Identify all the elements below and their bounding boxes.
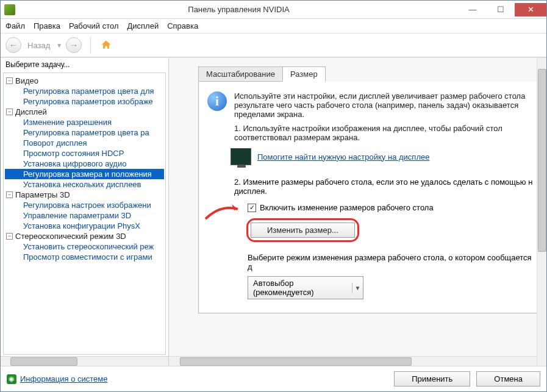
menu-display[interactable]: Дисплей <box>127 21 159 30</box>
tree-item[interactable]: Установить стереоскопический реж <box>5 241 164 252</box>
tree-item[interactable]: Просмотр совместимости с играми <box>5 252 164 262</box>
annotation-highlight: Изменить размер... <box>246 218 359 242</box>
annotation-arrow-icon <box>202 202 245 220</box>
home-icon[interactable] <box>99 38 113 52</box>
horizontal-scrollbar[interactable] <box>169 356 537 366</box>
checkbox-label: Включить изменение размеров рабочего сто… <box>260 203 434 212</box>
menubar: Файл Правка Рабочий стол Дисплей Справка <box>1 19 546 34</box>
system-info-icon: ◉ <box>7 374 16 384</box>
mode-select-value: Автовыбор (рекомендуется) <box>248 277 352 299</box>
menu-help[interactable]: Справка <box>167 21 198 30</box>
system-info-label: Информация о системе <box>20 374 108 383</box>
close-button[interactable]: ✕ <box>515 3 546 16</box>
system-info-link[interactable]: ◉ Информация о системе <box>7 374 108 384</box>
footer: ◉ Информация о системе Применить Отмена <box>1 366 546 391</box>
tree-item[interactable]: Управление параметрами 3D <box>5 210 164 221</box>
window-title: Панель управления NVIDIA <box>19 5 459 14</box>
scrollbar-thumb[interactable] <box>538 69 546 252</box>
helper-link[interactable]: Помогите найти нужную настройку на диспл… <box>257 152 429 162</box>
enable-resize-checkbox[interactable]: ✓ <box>248 204 256 212</box>
tree-category-3d[interactable]: − Параметры 3D <box>5 190 164 200</box>
task-panel-header: Выберите задачу... <box>1 58 168 71</box>
tree-item[interactable]: Установка нескольких дисплеев <box>5 179 164 190</box>
tree-item[interactable]: Установка конфигурации PhysX <box>5 221 164 231</box>
monitor-icon <box>231 148 251 165</box>
tree-item[interactable]: Регулировка параметров изображе <box>5 96 164 107</box>
tree-item[interactable]: Поворот дисплея <box>5 138 164 148</box>
tree-category-display[interactable]: − Дисплей <box>5 107 164 117</box>
collapse-icon[interactable]: − <box>6 233 13 240</box>
toolbar: ← Назад ▼ → <box>1 34 546 57</box>
tree-category-stereo[interactable]: − Стереоскопический режим 3D <box>5 231 164 241</box>
scrollbar-thumb[interactable] <box>180 357 412 366</box>
tab-scaling[interactable]: Масштабирование <box>198 66 283 82</box>
collapse-icon[interactable]: − <box>6 109 13 115</box>
apply-button[interactable]: Применить <box>394 371 470 387</box>
collapse-icon[interactable]: − <box>6 77 13 84</box>
chevron-down-icon: ▼ <box>352 283 363 293</box>
tree-item[interactable]: Регулировка параметров цвета для <box>5 86 164 96</box>
menu-file[interactable]: Файл <box>5 21 25 30</box>
tree-category-video[interactable]: − Видео <box>5 76 164 86</box>
back-label: Назад <box>27 41 50 50</box>
menu-edit[interactable]: Правка <box>34 21 60 30</box>
tabs-row: Масштабирование Размер <box>198 66 546 82</box>
tree-item[interactable]: Установка цифрового аудио <box>5 159 164 169</box>
step2-text: 2. Измените размеры рабочего стола, если… <box>234 177 537 196</box>
tree-item[interactable]: Просмотр состояния HDCP <box>5 148 164 159</box>
tree-item[interactable]: Изменение разрешения <box>5 117 164 127</box>
cancel-button[interactable]: Отмена <box>476 371 540 387</box>
tree-item-selected[interactable]: Регулировка размера и положения <box>5 169 164 179</box>
info-text: Используйте эти настройки, если дисплей … <box>234 91 537 119</box>
forward-button[interactable]: → <box>66 37 82 53</box>
app-icon <box>4 4 15 15</box>
mode-select[interactable]: Автовыбор (рекомендуется) ▼ <box>248 276 363 299</box>
checkbox-row: ✓ Включить изменение размеров рабочего с… <box>248 203 537 212</box>
settings-panel: Масштабирование Размер i Используйте эти… <box>169 58 546 366</box>
tree-item[interactable]: Регулировка параметров цвета ра <box>5 127 164 138</box>
menu-desktop[interactable]: Рабочий стол <box>69 21 119 30</box>
collapse-icon[interactable]: − <box>6 191 13 198</box>
scrollbar-thumb[interactable] <box>10 357 77 366</box>
back-dropdown-icon[interactable]: ▼ <box>56 42 62 49</box>
app-window: Панель управления NVIDIA — ☐ ✕ Файл Прав… <box>0 0 547 392</box>
vertical-scrollbar[interactable] <box>537 58 546 366</box>
tree-item[interactable]: Регулировка настроек изображени <box>5 200 164 210</box>
task-panel: Выберите задачу... − Видео Регулировка п… <box>1 58 169 366</box>
toolbar-separator <box>90 37 91 53</box>
maximize-button[interactable]: ☐ <box>487 3 515 16</box>
step1-text: 1. Используйте настройки изображения на … <box>234 124 537 142</box>
back-button[interactable]: ← <box>5 37 21 53</box>
info-icon: i <box>207 91 227 111</box>
content-area: Выберите задачу... − Видео Регулировка п… <box>1 57 546 366</box>
resize-button[interactable]: Изменить размер... <box>251 223 355 238</box>
titlebar: Панель управления NVIDIA — ☐ ✕ <box>1 1 546 19</box>
tab-size[interactable]: Размер <box>282 66 326 82</box>
mode-label: Выберите режим изменения размера рабочег… <box>248 253 537 271</box>
task-tree: − Видео Регулировка параметров цвета для… <box>3 73 166 355</box>
tree-horizontal-scrollbar[interactable] <box>1 356 168 366</box>
tab-body: i Используйте эти настройки, если диспле… <box>198 82 546 313</box>
minimize-button[interactable]: — <box>459 3 487 16</box>
